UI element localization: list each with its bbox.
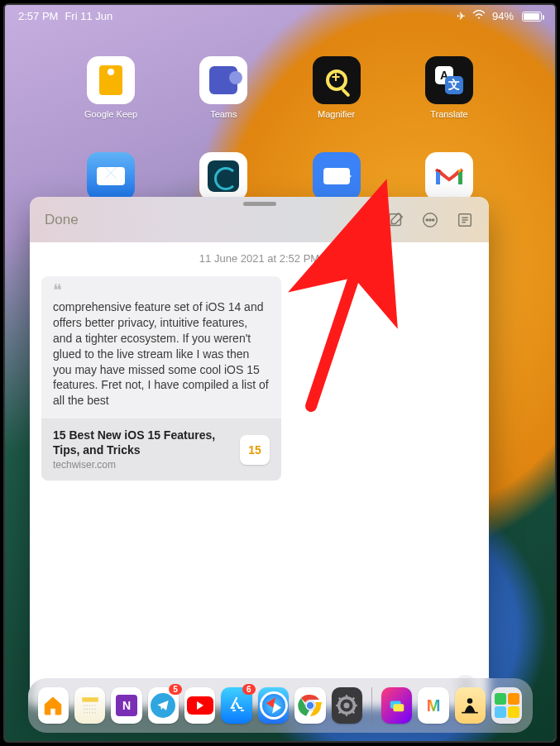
home-screen-apps: Google Keep Teams Magnifier A 文 Translat… (5, 56, 555, 215)
zoom-icon (323, 168, 350, 184)
compose-icon[interactable] (386, 211, 404, 229)
svg-line-24 (352, 711, 354, 713)
quote-card[interactable]: ❝ comprehensive feature set of iOS 14 an… (41, 276, 281, 481)
notes-list-icon[interactable] (456, 211, 474, 229)
dock-recent-2[interactable]: M (418, 687, 448, 724)
status-date: Fri 11 Jun (65, 10, 112, 22)
svg-point-29 (467, 698, 473, 704)
svg-point-3 (429, 218, 431, 220)
dock-app-youtube[interactable] (184, 687, 215, 724)
dock-app-safari[interactable] (258, 687, 289, 724)
svg-line-26 (352, 698, 354, 700)
app-google-keep[interactable]: Google Keep (79, 56, 142, 119)
swiftkey-icon (208, 160, 239, 192)
airplane-icon: ✈︎ (457, 10, 466, 22)
app-magnifier[interactable]: Magnifier (305, 56, 368, 119)
svg-point-4 (433, 218, 434, 220)
dock: N 5 6 (28, 678, 533, 733)
note-timestamp: 11 June 2021 at 2:52 PM (41, 252, 477, 265)
svg-rect-10 (82, 697, 98, 701)
keep-icon (99, 65, 122, 95)
dock-app-onenote[interactable]: N (111, 687, 141, 724)
dock-app-library[interactable] (491, 687, 522, 724)
dock-app-home[interactable] (38, 687, 69, 724)
dock-app-appstore[interactable]: 6 (221, 687, 251, 724)
svg-line-23 (339, 698, 341, 700)
translate-icon: A 文 (433, 65, 465, 96)
svg-line-25 (339, 711, 341, 713)
teams-icon (209, 66, 237, 94)
dock-app-telegram[interactable]: 5 (148, 687, 179, 724)
wifi-icon (472, 10, 486, 22)
quick-note-header: Done (30, 197, 489, 242)
battery-icon (522, 12, 542, 22)
dock-recent-1[interactable] (381, 687, 412, 724)
quick-note-body[interactable]: 11 June 2021 at 2:52 PM ❝ comprehensive … (30, 242, 489, 708)
status-time: 2:57 PM (18, 10, 58, 22)
gmail-icon (434, 165, 464, 187)
app-translate[interactable]: A 文 Translate (418, 56, 481, 119)
status-bar: 2:57 PM Fri 11 Jun ✈︎ 94% (5, 10, 555, 22)
svg-point-18 (344, 703, 350, 709)
dock-app-settings[interactable] (332, 687, 362, 724)
appstore-badge: 6 (242, 684, 256, 695)
dock-app-chrome[interactable] (294, 687, 325, 724)
svg-rect-28 (393, 704, 404, 711)
done-button[interactable]: Done (45, 212, 79, 228)
link-thumb: 15 (240, 435, 270, 465)
quick-note-panel: Done 11 June 2021 at 2:52 PM ❝ comprehen… (30, 197, 489, 708)
telegram-badge: 5 (169, 684, 182, 695)
svg-point-2 (426, 218, 428, 220)
dock-recent-3[interactable] (455, 687, 486, 724)
app-teams[interactable]: Teams (192, 56, 255, 119)
more-icon[interactable] (421, 211, 439, 229)
mail-icon (97, 167, 125, 185)
link-title: 15 Best New iOS 15 Features, Tips, and T… (53, 428, 232, 457)
dock-app-notes[interactable] (74, 687, 105, 724)
dock-separator (371, 687, 372, 724)
battery-pct: 94% (492, 10, 514, 22)
magnifier-icon (326, 69, 347, 91)
link-domain: techwiser.com (53, 459, 232, 471)
quote-text: comprehensive feature set of iOS 14 and … (53, 299, 270, 409)
svg-point-16 (306, 701, 314, 710)
quote-icon: ❝ (53, 286, 270, 294)
link-preview[interactable]: 15 Best New iOS 15 Features, Tips, and T… (41, 418, 281, 481)
drag-grabber[interactable] (243, 202, 276, 206)
